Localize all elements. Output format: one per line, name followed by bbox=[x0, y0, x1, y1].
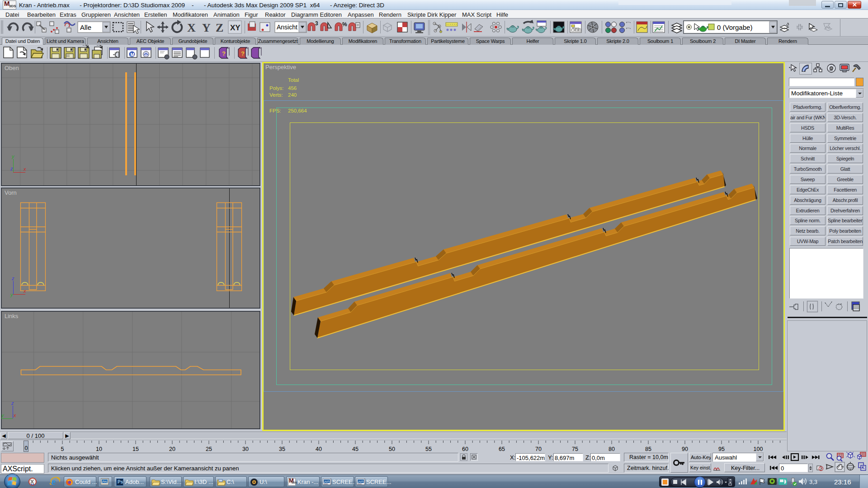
svg-text:y: y bbox=[11, 154, 15, 159]
svg-text:z: z bbox=[11, 276, 14, 281]
svg-text:3: 3 bbox=[315, 20, 318, 27]
svg-text:Verts:: Verts: bbox=[269, 92, 283, 98]
svg-text:65: 65 bbox=[499, 446, 505, 452]
svg-text:Total: Total bbox=[288, 77, 299, 83]
svg-text:15: 15 bbox=[132, 446, 139, 452]
svg-text:35: 35 bbox=[279, 446, 285, 452]
svg-text:250,664: 250,664 bbox=[288, 108, 307, 113]
svg-text:456: 456 bbox=[288, 85, 297, 91]
svg-text:3,3: 3,3 bbox=[809, 479, 817, 485]
svg-text:z: z bbox=[11, 400, 14, 406]
svg-text:Polys:: Polys: bbox=[269, 85, 283, 91]
svg-text:10: 10 bbox=[96, 446, 102, 452]
svg-text:FPS:: FPS: bbox=[269, 108, 281, 113]
svg-text:40: 40 bbox=[316, 446, 322, 452]
svg-text:Ansicht: Ansicht bbox=[277, 23, 297, 31]
svg-text:80: 80 bbox=[609, 446, 615, 452]
svg-text:60: 60 bbox=[462, 446, 468, 452]
svg-text:?: ? bbox=[222, 50, 226, 57]
svg-text:Alle: Alle bbox=[80, 23, 91, 31]
svg-text:50: 50 bbox=[389, 446, 395, 452]
svg-text:240: 240 bbox=[288, 92, 297, 98]
svg-text:y: y bbox=[10, 292, 14, 297]
svg-text:20: 20 bbox=[169, 446, 175, 452]
svg-text:Z: Z bbox=[216, 21, 223, 34]
svg-text:90: 90 bbox=[682, 446, 688, 452]
svg-text:75: 75 bbox=[572, 446, 578, 452]
svg-text:x: x bbox=[23, 166, 26, 172]
svg-text:70: 70 bbox=[535, 446, 542, 452]
svg-text:25: 25 bbox=[206, 446, 212, 452]
svg-text:55: 55 bbox=[425, 446, 432, 452]
svg-text:%: % bbox=[342, 21, 347, 28]
svg-text:95: 95 bbox=[718, 446, 725, 452]
svg-text:85: 85 bbox=[645, 446, 651, 452]
svg-text:x: x bbox=[23, 288, 26, 294]
svg-text:?: ? bbox=[241, 50, 245, 57]
svg-text:z: z bbox=[10, 166, 13, 171]
svg-text:M: M bbox=[131, 52, 134, 57]
svg-text:5: 5 bbox=[61, 446, 64, 452]
svg-text:45: 45 bbox=[352, 446, 359, 452]
svg-text:0 (Vorgabe): 0 (Vorgabe) bbox=[717, 23, 752, 31]
svg-text:100: 100 bbox=[754, 446, 763, 452]
svg-text:X: X bbox=[187, 21, 196, 34]
svg-text:y: y bbox=[1, 413, 5, 418]
svg-text:30: 30 bbox=[242, 446, 249, 452]
svg-text:x: x bbox=[13, 413, 16, 418]
svg-text:XY: XY bbox=[230, 23, 241, 32]
svg-text:Y: Y bbox=[202, 21, 211, 34]
